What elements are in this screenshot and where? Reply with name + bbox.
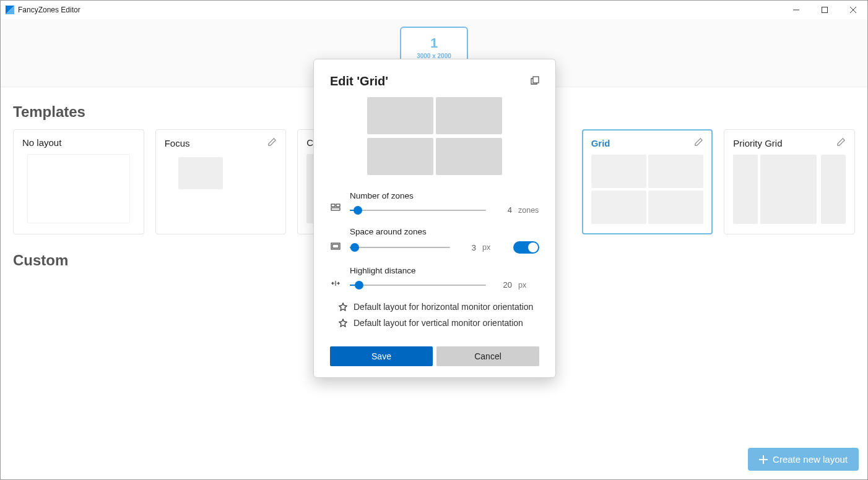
svg-rect-6 — [533, 77, 539, 83]
template-card-priority-grid[interactable]: Priority Grid — [724, 129, 855, 234]
default-horizontal-option[interactable]: Default layout for horizontal monitor or… — [339, 302, 539, 312]
titlebar: FancyZones Editor — [1, 1, 867, 19]
space-slider[interactable] — [350, 243, 450, 252]
create-button-label: Create new layout — [773, 454, 848, 465]
star-icon — [339, 302, 347, 311]
zone-preview — [436, 97, 502, 134]
highlight-value: 20 — [492, 280, 512, 289]
template-card-no-layout[interactable]: No layout — [13, 129, 144, 234]
zone-preview — [733, 155, 758, 224]
zone-preview — [436, 138, 502, 175]
template-name: No layout — [22, 137, 61, 148]
template-name: Focus — [165, 138, 190, 148]
svg-rect-11 — [332, 244, 339, 248]
save-button[interactable]: Save — [330, 346, 433, 366]
svg-rect-1 — [822, 7, 828, 13]
highlight-slider[interactable] — [350, 281, 486, 289]
maximize-button[interactable] — [810, 1, 839, 19]
copy-icon[interactable] — [531, 76, 539, 87]
zone-preview — [821, 155, 846, 224]
space-label: Space around zones — [350, 227, 539, 236]
zones-unit: zones — [518, 206, 539, 215]
default-vertical-option[interactable]: Default layout for vertical monitor orie… — [339, 318, 539, 328]
edit-layout-dialog: Edit 'Grid' Number of zones 4 — [313, 59, 556, 378]
svg-rect-7 — [331, 204, 335, 207]
zone-preview — [367, 97, 433, 134]
highlight-icon — [330, 267, 341, 288]
highlight-unit: px — [518, 281, 539, 289]
app-logo-icon — [6, 6, 14, 14]
highlight-setting: Highlight distance 20 px — [330, 266, 539, 289]
zones-label: Number of zones — [350, 191, 539, 200]
space-toggle[interactable] — [513, 241, 539, 254]
zone-preview — [367, 138, 433, 175]
zones-setting: Number of zones 4 zones — [330, 191, 539, 215]
zone-preview — [591, 155, 646, 188]
space-icon — [330, 230, 341, 251]
zone-preview — [760, 155, 817, 224]
monitor-index: 1 — [430, 35, 438, 51]
editor-window: FancyZones Editor 1 3000 x 2000 Template… — [0, 0, 868, 480]
svg-rect-9 — [331, 208, 340, 210]
space-setting: Space around zones 3 px — [330, 227, 539, 254]
space-value: 3 — [456, 243, 476, 252]
zone-preview — [648, 191, 703, 224]
template-name: Priority Grid — [733, 138, 782, 148]
zone-preview — [648, 155, 703, 188]
template-card-grid[interactable]: Grid — [582, 129, 713, 234]
no-layout-preview — [27, 154, 130, 223]
dialog-layout-preview — [330, 97, 539, 179]
space-unit: px — [482, 243, 503, 252]
minimize-button[interactable] — [782, 1, 810, 19]
zone-preview — [591, 191, 646, 224]
app-title: FancyZones Editor — [18, 6, 80, 14]
monitor-resolution: 3000 x 2000 — [417, 53, 451, 59]
zone-preview — [178, 157, 223, 189]
dialog-title: Edit 'Grid' — [330, 74, 388, 88]
pencil-icon[interactable] — [836, 137, 846, 148]
zones-value: 4 — [492, 205, 512, 215]
create-new-layout-button[interactable]: Create new layout — [748, 448, 859, 471]
pencil-icon[interactable] — [694, 137, 703, 148]
star-icon — [339, 319, 347, 327]
cancel-button[interactable]: Cancel — [436, 346, 539, 366]
zones-slider[interactable] — [350, 206, 486, 215]
plus-icon — [759, 455, 768, 464]
highlight-label: Highlight distance — [350, 266, 539, 275]
svg-rect-8 — [336, 204, 340, 207]
zones-icon — [330, 192, 341, 213]
pencil-icon[interactable] — [267, 137, 277, 148]
template-card-focus[interactable]: Focus — [155, 129, 287, 234]
close-button[interactable] — [839, 1, 867, 19]
template-name: Grid — [591, 138, 610, 148]
